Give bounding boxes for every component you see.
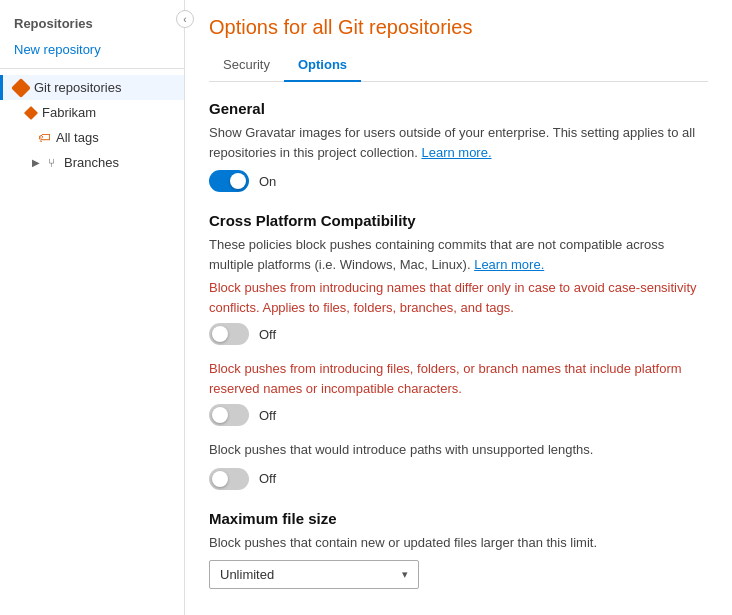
toggle-thumb <box>212 471 228 487</box>
toggle-thumb <box>212 326 228 342</box>
main-content: Options for all Git repositories Securit… <box>185 0 732 615</box>
policy-reserved-names: Block pushes from introducing files, fol… <box>209 359 708 426</box>
general-section: General Show Gravatar images for users o… <box>209 100 708 192</box>
policy-case-sensitivity-desc: Block pushes from introducing names that… <box>209 278 708 317</box>
cross-platform-description: These policies block pushes containing c… <box>209 235 708 274</box>
sidebar-item-label: Git repositories <box>34 80 121 95</box>
policy-case-sensitivity: Block pushes from introducing names that… <box>209 278 708 345</box>
sidebar-item-label: Fabrikam <box>42 105 96 120</box>
toggle-thumb <box>212 407 228 423</box>
toggle-thumb <box>230 173 246 189</box>
toggle-track-off[interactable] <box>209 404 249 426</box>
tab-security[interactable]: Security <box>209 51 284 82</box>
sidebar-item-fabrikam[interactable]: Fabrikam <box>0 100 184 125</box>
tab-options[interactable]: Options <box>284 51 361 82</box>
case-sensitivity-toggle[interactable] <box>209 323 249 345</box>
policy-path-length-desc: Block pushes that would introduce paths … <box>209 440 708 460</box>
sidebar-collapse-button[interactable]: ‹ <box>176 10 194 28</box>
cross-platform-section: Cross Platform Compatibility These polic… <box>209 212 708 490</box>
reserved-names-toggle-label: Off <box>259 408 276 423</box>
branch-icon: ⑂ <box>44 156 58 170</box>
max-file-size-description: Block pushes that contain new or updated… <box>209 533 708 553</box>
page-title: Options for all Git repositories <box>209 16 708 39</box>
policy-reserved-names-desc: Block pushes from introducing files, fol… <box>209 359 708 398</box>
sidebar: ‹ Repositories New repository Git reposi… <box>0 0 185 615</box>
policy-reserved-names-toggle-row: Off <box>209 404 708 426</box>
sidebar-item-git-repositories[interactable]: Git repositories <box>0 75 184 100</box>
sidebar-item-label: Branches <box>64 155 119 170</box>
sidebar-item-label: All tags <box>56 130 99 145</box>
path-length-toggle-label: Off <box>259 471 276 486</box>
max-file-size-dropdown-row: Unlimited ▾ <box>209 560 708 589</box>
diamond-small-icon <box>26 108 36 118</box>
toggle-track-off[interactable] <box>209 468 249 490</box>
max-file-size-title: Maximum file size <box>209 510 708 527</box>
sidebar-divider <box>0 68 184 69</box>
toggle-track-on[interactable] <box>209 170 249 192</box>
general-toggle-label: On <box>259 174 276 189</box>
new-repository-link[interactable]: New repository <box>0 37 184 62</box>
diamond-icon <box>14 81 28 95</box>
max-file-size-section: Maximum file size Block pushes that cont… <box>209 510 708 590</box>
general-title: General <box>209 100 708 117</box>
sidebar-item-all-tags[interactable]: 🏷 All tags <box>0 125 184 150</box>
sidebar-section-title: Repositories <box>0 10 184 37</box>
sidebar-item-branches[interactable]: ▶ ⑂ Branches <box>0 150 184 175</box>
policy-path-length: Block pushes that would introduce paths … <box>209 440 708 490</box>
max-file-size-dropdown[interactable]: Unlimited ▾ <box>209 560 419 589</box>
chevron-right-icon: ▶ <box>32 157 40 168</box>
general-toggle[interactable] <box>209 170 249 192</box>
cross-platform-learn-more-link[interactable]: Learn more. <box>474 257 544 272</box>
general-learn-more-link[interactable]: Learn more. <box>421 145 491 160</box>
toggle-track-off[interactable] <box>209 323 249 345</box>
cross-platform-title: Cross Platform Compatibility <box>209 212 708 229</box>
dropdown-value: Unlimited <box>220 567 274 582</box>
reserved-names-toggle[interactable] <box>209 404 249 426</box>
chevron-down-icon: ▾ <box>402 568 408 581</box>
tabs: Security Options <box>209 51 708 82</box>
case-sensitivity-toggle-label: Off <box>259 327 276 342</box>
path-length-toggle[interactable] <box>209 468 249 490</box>
general-toggle-row: On <box>209 170 708 192</box>
policy-case-sensitivity-toggle-row: Off <box>209 323 708 345</box>
tag-icon: 🏷 <box>38 132 50 144</box>
general-description: Show Gravatar images for users outside o… <box>209 123 708 162</box>
policy-path-length-toggle-row: Off <box>209 468 708 490</box>
